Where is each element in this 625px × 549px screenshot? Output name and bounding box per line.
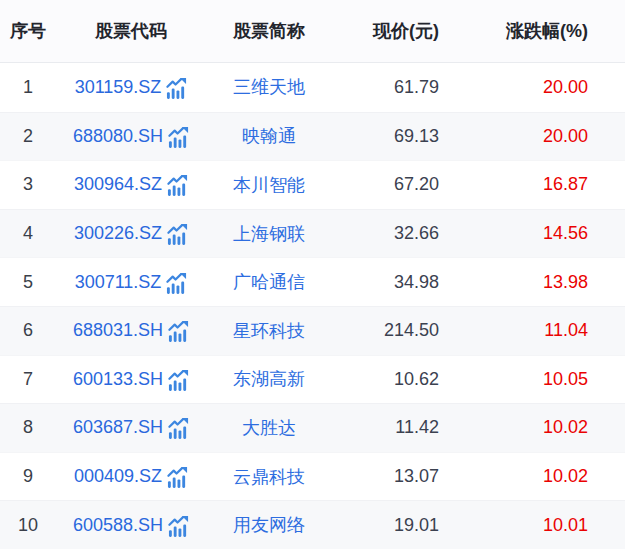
trend-chart-icon[interactable]: [166, 78, 187, 99]
stock-code-link[interactable]: 688031.SH: [73, 320, 163, 341]
serial-cell: 8: [0, 417, 56, 438]
stock-code-cell: 301159.SZ: [56, 77, 206, 98]
serial-cell: 1: [0, 77, 56, 98]
stock-code-cell: 000409.SZ: [56, 466, 206, 487]
stock-name-cell: 广哈通信: [206, 270, 332, 294]
table-row: 3 300964.SZ 本川智能 67.20 16.87: [0, 160, 625, 209]
stock-name-cell: 本川智能: [206, 173, 332, 197]
table-header-row: 序号 股票代码 股票简称 现价(元) 涨跌幅(%): [0, 0, 625, 63]
table-row: 5 300711.SZ 广哈通信 34.98 13.98: [0, 257, 625, 306]
trend-chart-icon[interactable]: [168, 370, 189, 391]
stock-name-link[interactable]: 本川智能: [233, 175, 305, 195]
table-row: 1 301159.SZ 三维天地 61.79 20.00: [0, 63, 625, 112]
col-header-code: 股票代码: [56, 19, 206, 43]
stock-code-link[interactable]: 000409.SZ: [74, 466, 162, 487]
trend-chart-icon[interactable]: [167, 175, 188, 196]
trend-chart-icon[interactable]: [167, 467, 188, 488]
trend-chart-icon[interactable]: [168, 418, 189, 439]
table-row: 2 688080.SH 映翰通 69.13 20.00: [0, 112, 625, 161]
col-header-change: 涨跌幅(%): [445, 19, 625, 43]
stock-name-link[interactable]: 星环科技: [233, 321, 305, 341]
price-cell: 67.20: [332, 174, 445, 195]
stock-name-link[interactable]: 东湖高新: [233, 369, 305, 389]
change-cell: 13.98: [445, 272, 625, 293]
serial-cell: 10: [0, 515, 56, 536]
stock-code-cell: 603687.SH: [56, 417, 206, 438]
serial-cell: 4: [0, 223, 56, 244]
serial-cell: 2: [0, 126, 56, 147]
change-cell: 11.04: [445, 320, 625, 341]
table-row: 6 688031.SH 星环科技 214.50 11.04: [0, 306, 625, 355]
stock-code-cell: 300226.SZ: [56, 223, 206, 244]
table-body: 1 301159.SZ 三维天地 61.79 20.00: [0, 63, 625, 549]
serial-cell: 7: [0, 369, 56, 390]
table-row: 4 300226.SZ 上海钢联 32.66 14.56: [0, 209, 625, 258]
trend-chart-icon[interactable]: [166, 273, 187, 294]
price-cell: 34.98: [332, 272, 445, 293]
serial-cell: 6: [0, 320, 56, 341]
col-header-name: 股票简称: [206, 19, 332, 43]
table-row: 7 600133.SH 东湖高新 10.62 10.05: [0, 355, 625, 404]
change-cell: 16.87: [445, 174, 625, 195]
price-cell: 32.66: [332, 223, 445, 244]
stock-name-cell: 云鼎科技: [206, 465, 332, 489]
trend-chart-icon[interactable]: [168, 321, 189, 342]
change-cell: 10.01: [445, 515, 625, 536]
stock-name-cell: 大胜达: [206, 416, 332, 440]
stock-name-link[interactable]: 用友网络: [233, 515, 305, 535]
change-cell: 14.56: [445, 223, 625, 244]
serial-cell: 3: [0, 174, 56, 195]
change-cell: 10.02: [445, 466, 625, 487]
price-cell: 19.01: [332, 515, 445, 536]
table-row: 8 603687.SH 大胜达 11.42 10.02: [0, 403, 625, 452]
stock-code-link[interactable]: 301159.SZ: [75, 77, 162, 98]
price-cell: 13.07: [332, 466, 445, 487]
stock-code-cell: 688031.SH: [56, 320, 206, 341]
price-cell: 10.62: [332, 369, 445, 390]
stock-code-cell: 300964.SZ: [56, 174, 206, 195]
stock-code-link[interactable]: 600588.SH: [73, 515, 163, 536]
stock-name-link[interactable]: 广哈通信: [233, 272, 305, 292]
serial-cell: 9: [0, 466, 56, 487]
stock-name-cell: 上海钢联: [206, 222, 332, 246]
stock-code-link[interactable]: 300711.SZ: [75, 272, 162, 293]
col-header-price: 现价(元): [332, 19, 445, 43]
stock-name-cell: 用友网络: [206, 513, 332, 537]
stock-code-link[interactable]: 600133.SH: [73, 369, 163, 390]
stock-name-cell: 三维天地: [206, 75, 332, 99]
stock-code-link[interactable]: 300226.SZ: [74, 223, 162, 244]
change-cell: 10.02: [445, 417, 625, 438]
stock-code-cell: 300711.SZ: [56, 272, 206, 293]
price-cell: 11.42: [332, 417, 445, 438]
stock-code-cell: 688080.SH: [56, 126, 206, 147]
stock-code-link[interactable]: 603687.SH: [73, 417, 163, 438]
stock-name-link[interactable]: 大胜达: [242, 418, 296, 438]
price-cell: 69.13: [332, 126, 445, 147]
stock-table: 序号 股票代码 股票简称 现价(元) 涨跌幅(%) 1 301159.SZ: [0, 0, 625, 549]
change-cell: 10.05: [445, 369, 625, 390]
stock-code-link[interactable]: 300964.SZ: [74, 174, 162, 195]
stock-name-link[interactable]: 上海钢联: [233, 224, 305, 244]
price-cell: 61.79: [332, 77, 445, 98]
stock-code-cell: 600588.SH: [56, 515, 206, 536]
trend-chart-icon[interactable]: [168, 516, 189, 537]
stock-code-cell: 600133.SH: [56, 369, 206, 390]
stock-name-cell: 映翰通: [206, 124, 332, 148]
stock-code-link[interactable]: 688080.SH: [73, 126, 163, 147]
table-row: 9 000409.SZ 云鼎科技 13.07 10.02: [0, 452, 625, 501]
table-row: 10 600588.SH 用友网络 19.01 10.01: [0, 500, 625, 549]
trend-chart-icon[interactable]: [168, 127, 189, 148]
serial-cell: 5: [0, 272, 56, 293]
trend-chart-icon[interactable]: [167, 224, 188, 245]
change-cell: 20.00: [445, 126, 625, 147]
stock-name-link[interactable]: 映翰通: [242, 126, 296, 146]
stock-name-link[interactable]: 云鼎科技: [233, 467, 305, 487]
stock-name-cell: 星环科技: [206, 319, 332, 343]
change-cell: 20.00: [445, 77, 625, 98]
stock-name-cell: 东湖高新: [206, 367, 332, 391]
stock-name-link[interactable]: 三维天地: [233, 77, 305, 97]
price-cell: 214.50: [332, 320, 445, 341]
col-header-index: 序号: [0, 19, 56, 43]
